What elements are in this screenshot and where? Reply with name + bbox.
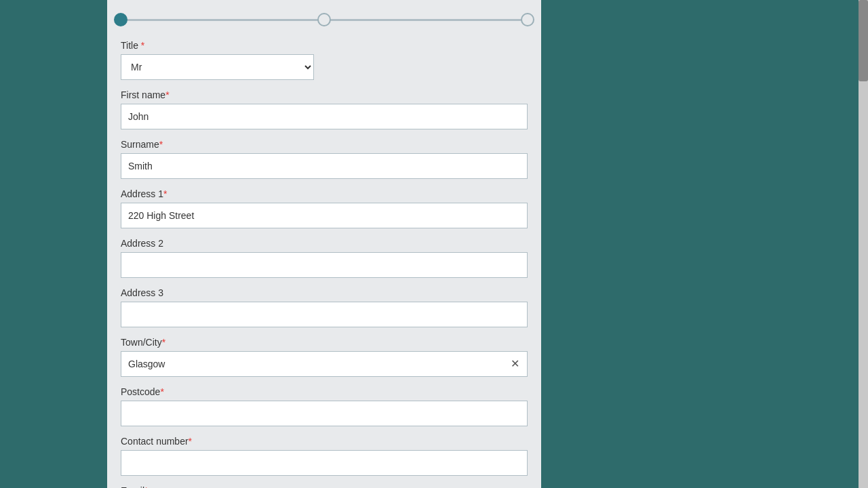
page-wrapper: Title * Mr Mrs Miss Ms Dr First name* Su… [0,0,868,488]
title-field: Title * Mr Mrs Miss Ms Dr [121,40,528,80]
first-name-label: First name* [121,89,528,100]
postcode-label: Postcode* [121,386,528,397]
address1-label: Address 1* [121,188,528,199]
address2-input[interactable] [121,252,528,278]
progress-track [121,19,528,21]
address1-required-star: * [163,188,167,199]
email-required-star: * [144,485,148,488]
contact-input[interactable] [121,450,528,476]
first-name-input[interactable] [121,104,528,129]
form-container: Title * Mr Mrs Miss Ms Dr First name* Su… [107,0,541,488]
scrollbar[interactable] [859,0,868,488]
first-name-field: First name* [121,89,528,129]
address1-field: Address 1* [121,188,528,228]
address2-field: Address 2 [121,238,528,278]
email-field: Email* [121,485,528,488]
first-name-required-star: * [165,89,169,100]
postcode-required-star: * [160,386,163,397]
surname-required-star: * [159,139,163,150]
email-label: Email* [121,485,528,488]
title-label: Title * [121,40,528,51]
postcode-field: Postcode* [121,386,528,426]
town-input-wrapper: ✕ [121,351,528,377]
address3-field: Address 3 [121,287,528,327]
town-label: Town/City* [121,337,528,348]
contact-label: Contact number* [121,436,528,447]
address1-input[interactable] [121,203,528,228]
surname-label: Surname* [121,139,528,150]
progress-bar [121,14,528,24]
contact-required-star: * [189,436,192,447]
step-dot-3 [521,13,534,26]
step-dot-2 [317,13,331,26]
address3-input[interactable] [121,302,528,327]
scrollbar-thumb[interactable] [859,0,868,81]
surname-input[interactable] [121,153,528,179]
address2-label: Address 2 [121,238,528,249]
title-select[interactable]: Mr Mrs Miss Ms Dr [121,54,314,80]
title-required-star: * [138,40,144,51]
surname-field: Surname* [121,139,528,179]
postcode-input[interactable] [121,401,528,426]
town-clear-button[interactable]: ✕ [508,357,522,371]
town-field: Town/City* ✕ [121,337,528,377]
town-input[interactable] [121,351,528,377]
step-dot-1 [114,13,127,26]
contact-field: Contact number* [121,436,528,476]
address3-label: Address 3 [121,287,528,298]
town-required-star: * [162,337,165,348]
